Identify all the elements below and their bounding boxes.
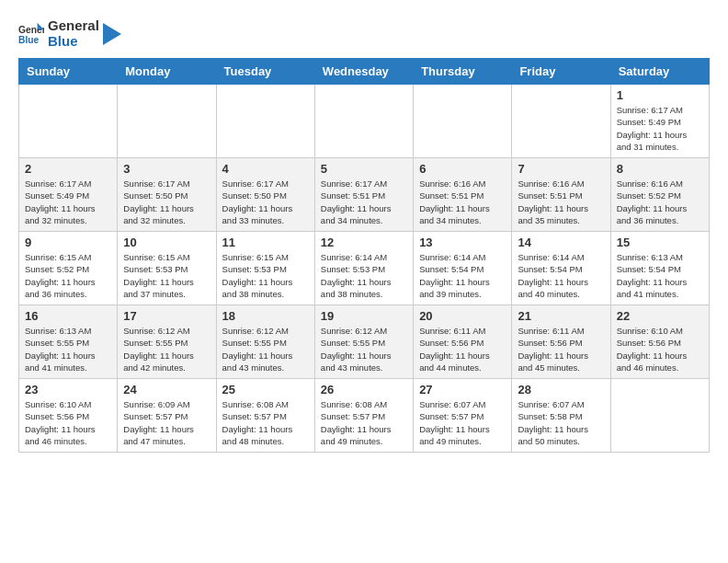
calendar-cell: 18Sunrise: 6:12 AM Sunset: 5:55 PM Dayli… bbox=[216, 305, 314, 379]
day-number: 15 bbox=[617, 236, 703, 249]
day-number: 12 bbox=[321, 236, 407, 249]
calendar-cell bbox=[414, 85, 512, 158]
day-info: Sunrise: 6:10 AM Sunset: 5:56 PM Dayligh… bbox=[25, 398, 111, 447]
calendar-cell bbox=[610, 379, 709, 453]
weekday-header-wednesday: Wednesday bbox=[314, 59, 413, 85]
calendar-cell: 21Sunrise: 6:11 AM Sunset: 5:56 PM Dayli… bbox=[512, 305, 610, 379]
logo-blue: Blue bbox=[48, 34, 99, 50]
day-info: Sunrise: 6:14 AM Sunset: 5:53 PM Dayligh… bbox=[321, 251, 407, 300]
day-info: Sunrise: 6:16 AM Sunset: 5:51 PM Dayligh… bbox=[419, 178, 506, 226]
calendar-week-row: 1Sunrise: 6:17 AM Sunset: 5:49 PM Daylig… bbox=[19, 85, 710, 158]
calendar-cell: 26Sunrise: 6:08 AM Sunset: 5:57 PM Dayli… bbox=[314, 379, 413, 453]
calendar-cell bbox=[19, 85, 118, 158]
day-info: Sunrise: 6:07 AM Sunset: 5:58 PM Dayligh… bbox=[518, 398, 604, 447]
calendar-cell: 15Sunrise: 6:13 AM Sunset: 5:54 PM Dayli… bbox=[610, 232, 709, 305]
calendar-cell: 13Sunrise: 6:14 AM Sunset: 5:54 PM Dayli… bbox=[414, 232, 512, 305]
day-number: 25 bbox=[222, 383, 309, 396]
day-info: Sunrise: 6:17 AM Sunset: 5:49 PM Dayligh… bbox=[617, 104, 703, 153]
day-number: 27 bbox=[419, 383, 506, 396]
weekday-header-friday: Friday bbox=[512, 59, 610, 85]
day-number: 13 bbox=[419, 236, 506, 249]
calendar-cell: 14Sunrise: 6:14 AM Sunset: 5:54 PM Dayli… bbox=[512, 232, 610, 305]
day-number: 16 bbox=[25, 309, 111, 323]
page-header: General Blue General Blue bbox=[18, 18, 710, 49]
day-number: 8 bbox=[617, 162, 703, 176]
calendar-week-row: 2Sunrise: 6:17 AM Sunset: 5:49 PM Daylig… bbox=[19, 158, 710, 232]
calendar-cell: 3Sunrise: 6:17 AM Sunset: 5:50 PM Daylig… bbox=[118, 158, 216, 232]
day-info: Sunrise: 6:17 AM Sunset: 5:49 PM Dayligh… bbox=[25, 178, 111, 226]
day-info: Sunrise: 6:12 AM Sunset: 5:55 PM Dayligh… bbox=[123, 325, 210, 373]
day-info: Sunrise: 6:14 AM Sunset: 5:54 PM Dayligh… bbox=[419, 251, 506, 300]
day-info: Sunrise: 6:13 AM Sunset: 5:55 PM Dayligh… bbox=[25, 325, 111, 373]
calendar-cell: 5Sunrise: 6:17 AM Sunset: 5:51 PM Daylig… bbox=[314, 158, 413, 232]
calendar-cell: 16Sunrise: 6:13 AM Sunset: 5:55 PM Dayli… bbox=[19, 305, 118, 379]
day-info: Sunrise: 6:17 AM Sunset: 5:51 PM Dayligh… bbox=[321, 178, 407, 226]
day-number: 28 bbox=[518, 383, 604, 396]
day-number: 3 bbox=[123, 162, 210, 176]
day-info: Sunrise: 6:10 AM Sunset: 5:56 PM Dayligh… bbox=[617, 325, 703, 373]
weekday-header-monday: Monday bbox=[118, 59, 216, 85]
day-number: 19 bbox=[321, 309, 407, 323]
calendar-cell: 8Sunrise: 6:16 AM Sunset: 5:52 PM Daylig… bbox=[610, 158, 709, 232]
calendar-cell: 22Sunrise: 6:10 AM Sunset: 5:56 PM Dayli… bbox=[610, 305, 709, 379]
weekday-header-sunday: Sunday bbox=[19, 59, 118, 85]
day-info: Sunrise: 6:11 AM Sunset: 5:56 PM Dayligh… bbox=[518, 325, 604, 373]
day-info: Sunrise: 6:15 AM Sunset: 5:53 PM Dayligh… bbox=[123, 251, 210, 300]
day-info: Sunrise: 6:07 AM Sunset: 5:57 PM Dayligh… bbox=[419, 398, 506, 447]
calendar-cell: 6Sunrise: 6:16 AM Sunset: 5:51 PM Daylig… bbox=[414, 158, 512, 232]
weekday-header-thursday: Thursday bbox=[414, 59, 512, 85]
day-number: 22 bbox=[617, 309, 703, 323]
calendar-week-row: 16Sunrise: 6:13 AM Sunset: 5:55 PM Dayli… bbox=[19, 305, 710, 379]
day-number: 1 bbox=[617, 88, 703, 102]
logo-icon: General Blue bbox=[18, 21, 44, 47]
day-number: 5 bbox=[321, 162, 407, 176]
calendar-cell: 23Sunrise: 6:10 AM Sunset: 5:56 PM Dayli… bbox=[19, 379, 118, 453]
day-info: Sunrise: 6:12 AM Sunset: 5:55 PM Dayligh… bbox=[321, 325, 407, 373]
calendar-cell: 11Sunrise: 6:15 AM Sunset: 5:53 PM Dayli… bbox=[216, 232, 314, 305]
day-number: 9 bbox=[25, 236, 111, 249]
calendar-cell: 20Sunrise: 6:11 AM Sunset: 5:56 PM Dayli… bbox=[414, 305, 512, 379]
day-info: Sunrise: 6:09 AM Sunset: 5:57 PM Dayligh… bbox=[123, 398, 210, 447]
day-info: Sunrise: 6:16 AM Sunset: 5:51 PM Dayligh… bbox=[518, 178, 604, 226]
calendar-cell: 4Sunrise: 6:17 AM Sunset: 5:50 PM Daylig… bbox=[216, 158, 314, 232]
calendar-cell: 7Sunrise: 6:16 AM Sunset: 5:51 PM Daylig… bbox=[512, 158, 610, 232]
calendar-cell: 12Sunrise: 6:14 AM Sunset: 5:53 PM Dayli… bbox=[314, 232, 413, 305]
logo-general: General bbox=[48, 18, 99, 34]
day-number: 7 bbox=[518, 162, 604, 176]
day-info: Sunrise: 6:14 AM Sunset: 5:54 PM Dayligh… bbox=[518, 251, 604, 300]
calendar-cell bbox=[118, 85, 216, 158]
calendar-table: SundayMondayTuesdayWednesdayThursdayFrid… bbox=[18, 58, 710, 453]
calendar-cell: 24Sunrise: 6:09 AM Sunset: 5:57 PM Dayli… bbox=[118, 379, 216, 453]
svg-marker-3 bbox=[103, 23, 121, 45]
calendar-cell: 25Sunrise: 6:08 AM Sunset: 5:57 PM Dayli… bbox=[216, 379, 314, 453]
calendar-cell: 2Sunrise: 6:17 AM Sunset: 5:49 PM Daylig… bbox=[19, 158, 118, 232]
weekday-header-tuesday: Tuesday bbox=[216, 59, 314, 85]
weekday-header-row: SundayMondayTuesdayWednesdayThursdayFrid… bbox=[19, 59, 710, 85]
calendar-cell bbox=[314, 85, 413, 158]
day-info: Sunrise: 6:15 AM Sunset: 5:52 PM Dayligh… bbox=[25, 251, 111, 300]
calendar-cell: 19Sunrise: 6:12 AM Sunset: 5:55 PM Dayli… bbox=[314, 305, 413, 379]
day-info: Sunrise: 6:11 AM Sunset: 5:56 PM Dayligh… bbox=[419, 325, 506, 373]
svg-text:Blue: Blue bbox=[18, 35, 40, 45]
calendar-cell bbox=[216, 85, 314, 158]
day-number: 23 bbox=[25, 383, 111, 396]
logo-arrow-icon bbox=[103, 23, 121, 45]
day-info: Sunrise: 6:08 AM Sunset: 5:57 PM Dayligh… bbox=[321, 398, 407, 447]
day-number: 21 bbox=[518, 309, 604, 323]
weekday-header-saturday: Saturday bbox=[610, 59, 709, 85]
calendar-week-row: 23Sunrise: 6:10 AM Sunset: 5:56 PM Dayli… bbox=[19, 379, 710, 453]
calendar-cell bbox=[512, 85, 610, 158]
day-number: 20 bbox=[419, 309, 506, 323]
calendar-cell: 27Sunrise: 6:07 AM Sunset: 5:57 PM Dayli… bbox=[414, 379, 512, 453]
day-info: Sunrise: 6:15 AM Sunset: 5:53 PM Dayligh… bbox=[222, 251, 309, 300]
calendar-cell: 9Sunrise: 6:15 AM Sunset: 5:52 PM Daylig… bbox=[19, 232, 118, 305]
day-info: Sunrise: 6:12 AM Sunset: 5:55 PM Dayligh… bbox=[222, 325, 309, 373]
day-number: 10 bbox=[123, 236, 210, 249]
day-number: 6 bbox=[419, 162, 506, 176]
calendar-cell: 1Sunrise: 6:17 AM Sunset: 5:49 PM Daylig… bbox=[610, 85, 709, 158]
day-number: 18 bbox=[222, 309, 309, 323]
day-number: 4 bbox=[222, 162, 309, 176]
day-number: 2 bbox=[25, 162, 111, 176]
day-info: Sunrise: 6:16 AM Sunset: 5:52 PM Dayligh… bbox=[617, 178, 703, 226]
day-number: 24 bbox=[123, 383, 210, 396]
